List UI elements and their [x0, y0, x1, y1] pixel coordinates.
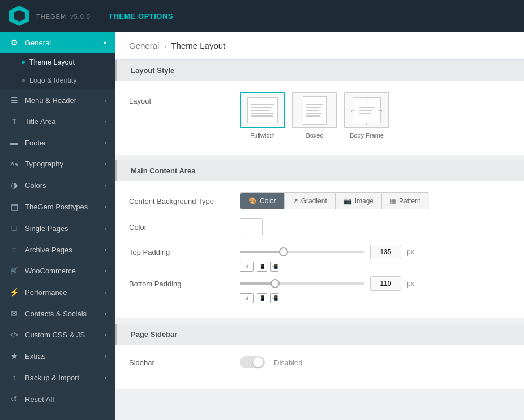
sidebar-item-perf-label: Performance: [25, 288, 67, 297]
sidebar-item-archive-pages[interactable]: ≡ Archive Pages ›: [0, 239, 115, 260]
sidebar-item-footer[interactable]: ▬ Footer ›: [0, 132, 115, 153]
top-padding-row: Top Padding px 🖥 📱 📲: [129, 245, 510, 272]
fullwidth-label: Fullwidth: [250, 132, 274, 139]
top-padding-tablet-icon[interactable]: 📱: [257, 262, 267, 272]
footer-icon: ▬: [9, 138, 19, 147]
sidebar-sub-logo-identity[interactable]: Logo & Identity: [0, 71, 115, 89]
extras-arrow: ›: [105, 353, 106, 359]
top-padding-desktop-icon[interactable]: 🖥: [240, 262, 254, 272]
color-controls: [240, 218, 263, 235]
layout-option-bodyframe[interactable]: ← → ↑ ↓ Body Frame: [344, 92, 389, 139]
sidebar-item-perf-left: ⚡ Performance: [9, 288, 67, 297]
typography-icon: Aa: [9, 161, 19, 168]
footer-arrow: ›: [105, 140, 106, 146]
breadcrumb-current: Theme Layout: [171, 41, 225, 50]
archive-arrow: ›: [105, 247, 106, 253]
gap-2: [115, 319, 524, 324]
layout-options: Fullwidth: [240, 92, 389, 139]
boxed-line-4: [306, 113, 322, 114]
layout-option-fullwidth[interactable]: Fullwidth: [240, 92, 285, 139]
bottom-padding-input[interactable]: [370, 276, 401, 291]
sidebar-item-single-left: □ Single Pages: [9, 224, 68, 233]
arrow-up-icon: ↑: [365, 95, 368, 102]
menu-header-icon: ☰: [9, 96, 19, 105]
colors-arrow: ›: [105, 182, 106, 188]
boxed-box: [292, 92, 337, 128]
sidebar-item-typo-left: Aa Typography: [9, 160, 63, 168]
bf-line-3: [359, 113, 371, 114]
logo-identity-dot: [22, 79, 25, 82]
sidebar-item-footer-left: ▬ Footer: [9, 138, 46, 147]
perf-arrow: ›: [105, 289, 106, 295]
sidebar-item-title-area[interactable]: T Title Area ›: [0, 111, 115, 132]
bg-tab-gradient[interactable]: ↗ Gradient: [285, 193, 336, 209]
sidebar-item-colors[interactable]: ◑ Colors ›: [0, 174, 115, 196]
layout-style-header: Layout Style: [115, 60, 524, 81]
sidebar-item-performance[interactable]: ⚡ Performance ›: [0, 281, 115, 303]
sidebar-item-contacts-left: ✉ Contacts & Socials: [9, 309, 87, 318]
sidebar-item-posttypes-label: TheGem Posttypes: [25, 203, 88, 211]
color-swatch[interactable]: [240, 218, 263, 235]
bodyframe-label: Body Frame: [350, 132, 384, 139]
sidebar-item-reset-left: ↺ Reset All: [9, 395, 54, 404]
top-padding-input[interactable]: [370, 245, 401, 259]
page-sidebar-header: Page Sidebar: [115, 324, 524, 345]
sidebar-item-general-label: General: [25, 38, 51, 47]
bottom-padding-desktop-icon[interactable]: 🖥: [240, 293, 254, 303]
logo-icon: [9, 6, 29, 26]
sidebar-toggle[interactable]: [240, 356, 265, 368]
sidebar-item-menu-label: Menu & Header: [25, 96, 76, 105]
bg-tab-color[interactable]: 🎨 Color: [240, 193, 285, 209]
sidebar-item-general[interactable]: ⚙ General ▾: [0, 32, 115, 53]
sidebar-sub-general: Theme Layout Logo & Identity: [0, 53, 115, 89]
bottom-padding-tablet-icon[interactable]: 📱: [257, 293, 267, 303]
sidebar-item-menu-header[interactable]: ☰ Menu & Header ›: [0, 89, 115, 111]
page-sidebar-section: Page Sidebar Sidebar Disabled: [115, 324, 524, 389]
sidebar-item-reset-label: Reset All: [25, 395, 54, 404]
fullwidth-box: [240, 92, 285, 128]
bottom-padding-thumb[interactable]: [270, 279, 280, 288]
backup-icon: ↑: [9, 373, 19, 382]
single-arrow: ›: [105, 225, 106, 232]
title-arrow: ›: [105, 118, 106, 125]
sidebar-item-footer-label: Footer: [25, 139, 46, 147]
sidebar-item-backup[interactable]: ↑ Backup & Import ›: [0, 367, 115, 388]
sidebar-item-extras[interactable]: ★ Extras ›: [0, 345, 115, 367]
sidebar-sub-theme-layout[interactable]: Theme Layout: [0, 53, 115, 71]
bodyframe-outer: ← → ↑ ↓: [344, 92, 389, 128]
sidebar-item-general-left: ⚙ General: [9, 38, 51, 47]
sidebar-item-reset[interactable]: ↺ Reset All: [0, 388, 115, 410]
sidebar-item-typography[interactable]: Aa Typography ›: [0, 153, 115, 174]
line-4: [251, 113, 274, 114]
bg-tab-image[interactable]: 📷 Image: [336, 193, 382, 209]
custom-css-icon: </>: [9, 332, 19, 338]
sidebar-item-single-pages[interactable]: □ Single Pages ›: [0, 217, 115, 239]
arrow-down-icon: ↓: [365, 119, 368, 126]
layout-option-boxed[interactable]: Boxed: [292, 92, 337, 139]
bottom-padding-mobile-icon[interactable]: 📲: [270, 293, 278, 303]
top-padding-label: Top Padding: [129, 248, 231, 256]
toggle-thumb: [253, 357, 263, 367]
line-5: [251, 115, 273, 117]
bf-line-2: [359, 110, 372, 111]
sidebar-item-posttypes[interactable]: ▤ TheGem Posttypes ›: [0, 196, 115, 217]
top-padding-thumb[interactable]: [279, 247, 288, 256]
image-tab-icon: 📷: [343, 197, 352, 205]
brand-text: THEGEM: [36, 13, 66, 20]
sidebar-toggle-label: Sidebar: [129, 358, 231, 367]
layout-label: Layout: [129, 92, 231, 105]
pattern-tab-label: Pattern: [399, 197, 421, 205]
reset-icon: ↺: [9, 395, 19, 404]
brand-name: THEGEM v5.0.0: [36, 11, 91, 20]
bottom-padding-track: [240, 282, 364, 285]
logo-inner: [14, 10, 25, 22]
top-padding-devices: 🖥 📱 📲: [129, 262, 510, 272]
sidebar-item-custom-css[interactable]: </> Custom CSS & JS ›: [0, 324, 115, 345]
extras-icon: ★: [9, 352, 19, 361]
sidebar-item-menu-left: ☰ Menu & Header: [9, 96, 76, 105]
sidebar-item-contacts[interactable]: ✉ Contacts & Socials ›: [0, 303, 115, 324]
sidebar-item-woocommerce[interactable]: 🛒 WooCommerce ›: [0, 260, 115, 281]
top-padding-mobile-icon[interactable]: 📲: [270, 262, 278, 272]
bg-tab-pattern[interactable]: ▦ Pattern: [382, 193, 429, 209]
top-padding-track: [240, 251, 364, 253]
